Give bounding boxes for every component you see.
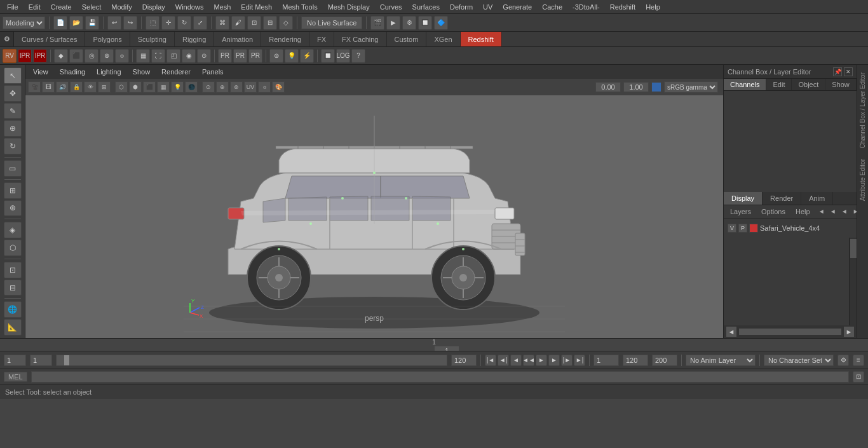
tab-animation[interactable]: Animation [214,32,261,46]
hypershade-btn[interactable]: 🔷 [434,16,448,30]
render-preview-btn[interactable]: 🎬 [370,16,384,30]
workspace-dropdown[interactable]: Modeling [3,17,45,29]
layer-p-0[interactable]: P [738,224,747,233]
menu-deform[interactable]: Deform [445,2,477,12]
next-frame-btn[interactable]: ► [548,355,560,366]
dra-anim[interactable]: Anim [801,192,833,205]
tab-fx[interactable]: FX [309,32,334,46]
rs-icon-9[interactable]: ◉ [182,49,196,63]
h-scrollbar[interactable] [739,329,841,335]
menu-mesh-display[interactable]: Mesh Display [323,2,374,12]
select-tool-btn[interactable]: ↖ [4,67,22,84]
rs-icon-1[interactable]: ◆ [54,49,68,63]
scroll-right-btn[interactable]: ► [844,327,854,337]
render-settings-btn[interactable]: ⚙ [402,16,416,30]
rs-icon-6[interactable]: ▦ [136,49,150,63]
layer-v-0[interactable]: V [728,224,736,233]
play-fwd-btn[interactable]: ► [536,355,547,366]
menu-edit[interactable]: Edit [24,2,45,12]
vp-sym-btn[interactable]: ⊛ [230,81,243,93]
select-mode-btn[interactable]: ⬚ [146,16,159,30]
layer-icon-2[interactable]: ◄ [828,207,838,217]
marquee-btn[interactable]: ▭ [4,160,22,177]
layers-menu-help[interactable]: Help [792,207,814,217]
menu-file[interactable]: File [3,2,23,12]
rs-icon-5[interactable]: ⌾ [115,49,129,63]
rs-icon-10[interactable]: ⊙ [197,49,211,63]
menu-modify[interactable]: Modify [107,2,136,12]
bevel-btn[interactable]: ◇ [279,16,293,30]
vp-subdiv-btn[interactable]: ⌾ [258,81,271,93]
menu-display[interactable]: Display [138,2,170,12]
vp-xray-btn[interactable]: ⊙ [202,81,215,93]
rs-icon-light1[interactable]: 💡 [285,49,299,63]
viewport-scene[interactable]: View Shading Lighting Show Renderer Pane… [25,65,723,338]
grid-btn[interactable]: ⊞ [4,182,22,199]
vp-uv-btn[interactable]: UV [244,81,257,93]
frame-end-input[interactable] [451,355,477,366]
playback-slider[interactable] [56,355,447,366]
right-scrollbar[interactable] [849,238,857,339]
tab-settings-btn[interactable]: ⚙ [0,32,14,46]
lasso-btn[interactable]: ⌘ [215,16,229,30]
menu-redshift[interactable]: Redshift [606,2,640,12]
extrude-btn[interactable]: ⊡ [247,16,261,30]
vp-iso-btn[interactable]: ⊕ [216,81,229,93]
move-btn[interactable]: ✛ [161,16,175,30]
vp-camera-btn[interactable]: 🎥 [28,81,41,93]
rs-icon-light2[interactable]: ⚡ [300,49,314,63]
menu-select[interactable]: Select [78,2,106,12]
bb-icon1[interactable]: ⚙ [837,355,849,366]
vp-eye-btn[interactable]: 👁 [84,81,97,93]
sidebar-tab-attr-editor[interactable]: Attribute Editor [857,154,868,206]
vp-menu-view[interactable]: View [28,67,53,77]
tab-custom[interactable]: Custom [387,32,427,46]
scale-btn[interactable]: ⤢ [193,16,207,30]
menu-uv[interactable]: UV [478,2,497,12]
mel-expand-btn[interactable]: ⊡ [853,371,864,383]
soft-select-btn[interactable]: ⬡ [4,240,22,256]
vp-film-btn[interactable]: 🎞 [42,81,55,93]
char-set-dropdown[interactable]: No Character Set [764,355,834,366]
rotate-tool-btn[interactable]: ↻ [4,138,22,154]
viewport-render-btn[interactable]: 🔲 [418,16,432,30]
rotate-btn[interactable]: ↻ [177,16,191,30]
vp-lock-btn[interactable]: 🔒 [70,81,83,93]
menu-windows[interactable]: Windows [171,2,208,12]
vp-light-btn[interactable]: 💡 [171,81,184,93]
vp-menu-renderer[interactable]: Renderer [156,67,196,77]
scroll-thumb[interactable] [850,239,857,258]
current-frame-input[interactable] [434,346,459,351]
layers-menu-layers[interactable]: Layers [726,207,755,217]
vp-color-btn[interactable]: 🎨 [272,81,285,93]
add-div-btn[interactable]: ⊕ [4,200,22,217]
vp-texture-btn[interactable]: ▦ [157,81,170,93]
redo-btn[interactable]: ↪ [123,16,137,30]
vp-smooth-btn[interactable]: ⬢ [129,81,142,93]
tab-redshift[interactable]: Redshift [461,32,502,46]
open-scene-btn[interactable]: 📂 [69,16,83,30]
gamma-dropdown[interactable]: sRGB gamma [664,81,718,93]
tab-rendering[interactable]: Rendering [261,32,309,46]
rs-icon-rv[interactable]: RV [3,49,17,63]
rs-icon-pr3[interactable]: PR [248,49,262,63]
play-back-btn[interactable]: ◄◄ [523,355,534,366]
prev-frame-btn[interactable]: ◄ [510,355,522,366]
layer-icon-3[interactable]: ◄ [839,207,850,217]
rs-icon-ipr[interactable]: IPR [18,49,32,63]
bridge-btn[interactable]: ⊟ [263,16,277,30]
bb-icon2[interactable]: ≡ [853,355,864,366]
xform-btn[interactable]: ◈ [4,222,22,238]
rs-icon-4[interactable]: ⊛ [100,49,114,63]
frame-current-input[interactable] [30,355,52,366]
dra-render[interactable]: Render [763,192,801,205]
undo-btn[interactable]: ↩ [107,16,121,30]
range-start-input[interactable] [593,355,619,366]
rs-icon-scene[interactable]: ⊜ [269,49,283,63]
range-end2-input[interactable] [652,355,677,366]
new-scene-btn[interactable]: 📄 [53,16,67,30]
layer-row-0[interactable]: V P Safari_Vehicle_4x4 [725,221,855,235]
tab-xgen[interactable]: XGen [426,32,460,46]
tab-sculpting[interactable]: Sculpting [130,32,175,46]
paint-select-btn[interactable]: ✎ [4,103,22,119]
